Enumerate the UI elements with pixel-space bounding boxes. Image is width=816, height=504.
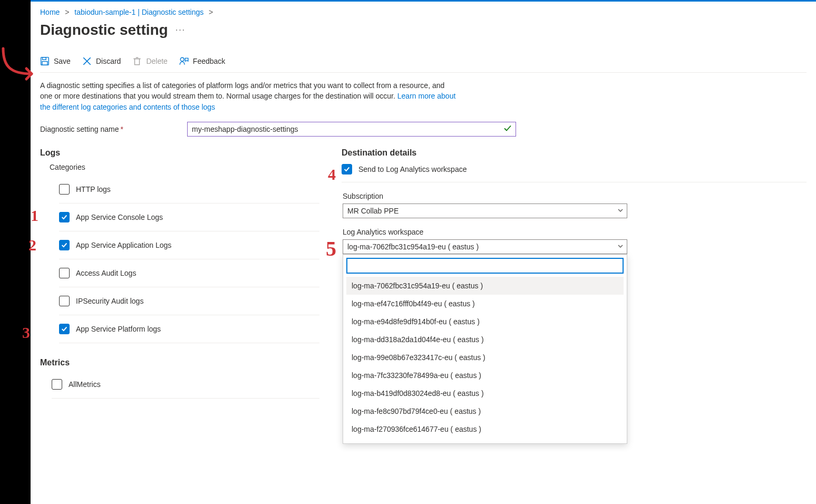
log-category-0-checkbox[interactable] xyxy=(59,184,70,195)
log-category-3-row: Access Audit Logs xyxy=(59,259,319,287)
discard-button[interactable]: Discard xyxy=(82,56,121,66)
categories-heading: Categories xyxy=(50,163,319,171)
log-category-5-checkbox[interactable] xyxy=(59,324,70,334)
log-category-1-checkbox[interactable] xyxy=(59,212,70,222)
save-icon xyxy=(40,56,50,66)
close-icon xyxy=(82,56,92,66)
page-title: Diagnostic setting xyxy=(40,22,168,38)
log-category-1-label: App Service Console Logs xyxy=(76,213,163,221)
log-category-4-label: IPSecurity Audit logs xyxy=(76,297,143,305)
log-category-2-checkbox[interactable] xyxy=(59,240,70,250)
breadcrumb-sep-icon: > xyxy=(209,8,213,16)
delete-label: Delete xyxy=(146,57,167,65)
send-to-la-checkbox[interactable] xyxy=(342,164,352,175)
trash-icon xyxy=(132,56,142,66)
setting-name-label: Diagnostic setting name* xyxy=(40,125,180,133)
save-button[interactable]: Save xyxy=(40,56,71,66)
metric-0-row: AllMetrics xyxy=(52,371,319,399)
workspace-select[interactable]: log-ma-7062fbc31c954a19-eu ( eastus ) xyxy=(343,239,627,254)
metric-0-label: AllMetrics xyxy=(69,380,101,389)
breadcrumb-sep-icon: > xyxy=(65,8,69,16)
breadcrumb-resource[interactable]: tabiodun-sample-1 | Diagnostic settings xyxy=(74,8,203,16)
send-to-la-label: Send to Log Analytics workspace xyxy=(358,165,467,173)
log-category-4-checkbox[interactable] xyxy=(59,296,70,306)
description-body: A diagnostic setting specifies a list of… xyxy=(40,81,444,100)
delete-button: Delete xyxy=(132,56,167,66)
breadcrumb: Home > tabiodun-sample-1 | Diagnostic se… xyxy=(40,8,807,16)
log-category-5-label: App Service Platform logs xyxy=(76,325,161,333)
log-category-3-label: Access Audit Logs xyxy=(76,269,136,277)
subscription-label: Subscription xyxy=(343,192,807,200)
workspace-option[interactable]: log-ma-e94d8fe9df914b0f-eu ( eastus ) xyxy=(346,313,624,331)
svg-rect-5 xyxy=(135,59,140,65)
save-label: Save xyxy=(54,57,71,65)
toolbar: Save Discard Delete Feedback xyxy=(40,56,807,73)
workspace-value: log-ma-7062fbc31c954a19-eu ( eastus ) xyxy=(347,243,479,251)
workspace-option[interactable]: log-ma-fe8c907bd79f4ce0-eu ( eastus ) xyxy=(346,402,624,420)
description-text: A diagnostic setting specifies a list of… xyxy=(40,80,456,112)
more-actions-button[interactable]: ··· xyxy=(176,25,186,35)
metrics-heading: Metrics xyxy=(40,358,319,367)
svg-point-8 xyxy=(180,57,184,61)
breadcrumb-home[interactable]: Home xyxy=(40,8,60,16)
log-category-2-label: App Service Application Logs xyxy=(76,241,171,249)
discard-label: Discard xyxy=(96,57,121,65)
subscription-value: MR Collab PPE xyxy=(347,207,399,215)
chevron-down-icon xyxy=(617,243,624,251)
log-category-1-row: App Service Console Logs xyxy=(59,203,319,231)
metric-0-checkbox[interactable] xyxy=(52,379,62,390)
svg-rect-2 xyxy=(42,62,47,65)
log-category-0-label: HTTP logs xyxy=(76,185,111,193)
workspace-label: Log Analytics workspace xyxy=(343,228,807,236)
workspace-option[interactable]: log-ma-dd318a2da1d04f4e-eu ( eastus ) xyxy=(346,331,624,348)
annotation-3: 3 xyxy=(22,324,30,342)
workspace-option[interactable]: log-ma-7fc33230fe78499a-eu ( eastus ) xyxy=(346,366,624,384)
workspace-search-input[interactable] xyxy=(346,258,624,274)
workspace-dropdown-panel: log-ma-7062fbc31c954a19-eu ( eastus )log… xyxy=(343,254,627,444)
log-category-4-row: IPSecurity Audit logs xyxy=(59,287,319,315)
setting-name-input[interactable] xyxy=(187,122,516,137)
workspace-option[interactable]: log-ma-7062fbc31c954a19-eu ( eastus ) xyxy=(346,277,624,295)
workspace-option[interactable]: log-ma-f270936fce614677-eu ( eastus ) xyxy=(346,420,624,438)
valid-check-icon xyxy=(503,124,512,134)
log-category-3-checkbox[interactable] xyxy=(59,268,70,278)
feedback-label: Feedback xyxy=(193,57,225,65)
log-category-0-row: HTTP logs xyxy=(59,176,319,203)
subscription-select[interactable]: MR Collab PPE xyxy=(343,203,627,218)
logs-heading: Logs xyxy=(40,148,319,158)
workspace-option[interactable]: log-ma-b419df0d83024ed8-eu ( eastus ) xyxy=(346,384,624,402)
log-category-5-row: App Service Platform logs xyxy=(59,315,319,343)
feedback-button[interactable]: Feedback xyxy=(179,56,225,66)
svg-rect-1 xyxy=(43,57,46,60)
feedback-icon xyxy=(179,56,189,66)
destination-heading: Destination details xyxy=(342,148,807,158)
workspace-option[interactable]: log-ma-99e08b67e323417c-eu ( eastus ) xyxy=(346,348,624,366)
workspace-option[interactable]: log-ma-ef47c16fff0b4f49-eu ( eastus ) xyxy=(346,295,624,313)
log-category-2-row: App Service Application Logs xyxy=(59,231,319,259)
chevron-down-icon xyxy=(617,207,624,215)
